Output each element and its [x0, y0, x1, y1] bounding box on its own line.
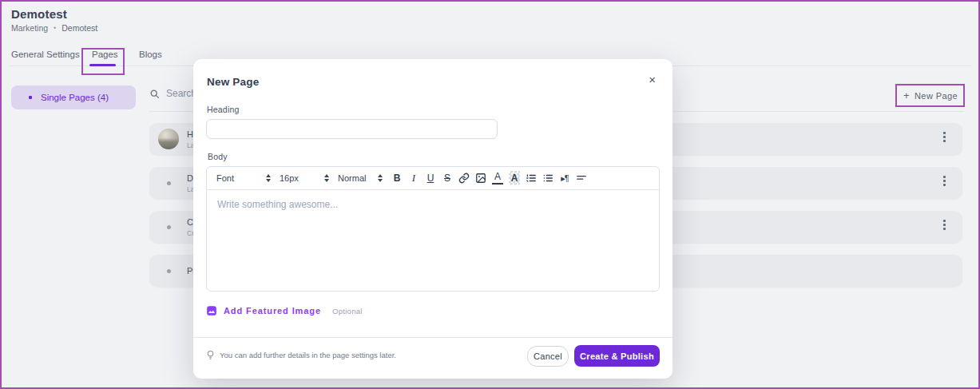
- plus-icon: +: [903, 89, 910, 101]
- modal-footer-divider: [193, 337, 673, 338]
- kebab-menu-icon[interactable]: [943, 220, 946, 230]
- footer-hint-text: You can add further details in the page …: [220, 351, 396, 359]
- lightbulb-icon: [206, 350, 215, 360]
- editor-toolbar: Font 16px Normal B I U S: [207, 167, 659, 190]
- new-page-button[interactable]: + New Page: [897, 85, 964, 106]
- breadcrumb: Marketing • Demotest: [11, 23, 97, 33]
- updown-arrows-icon: [324, 174, 329, 182]
- footer-hint: You can add further details in the page …: [206, 350, 396, 360]
- bullet-icon: [29, 96, 32, 99]
- paragraph-style-value: Normal: [338, 173, 366, 183]
- text-direction-icon[interactable]: ▸¶: [559, 171, 570, 185]
- tab-pages[interactable]: Pages: [92, 50, 118, 59]
- active-tab-underline: [89, 64, 116, 66]
- create-publish-button[interactable]: Create & Publish: [574, 345, 660, 367]
- bullet-icon: [167, 225, 171, 229]
- heading-field[interactable]: [206, 119, 498, 139]
- link-icon[interactable]: [458, 171, 470, 185]
- bold-icon[interactable]: B: [391, 171, 403, 185]
- cancel-button[interactable]: Cancel: [527, 346, 569, 367]
- tab-blogs[interactable]: Blogs: [139, 50, 162, 59]
- underline-icon[interactable]: U: [425, 171, 436, 185]
- featured-image-icon: [206, 305, 217, 316]
- font-size-select[interactable]: 16px: [280, 173, 332, 183]
- ordered-list-icon[interactable]: [526, 171, 537, 185]
- text-color-icon[interactable]: A: [492, 172, 503, 185]
- search-placeholder: Search: [166, 88, 196, 99]
- kebab-menu-icon[interactable]: [943, 132, 946, 142]
- add-featured-image-button[interactable]: Add Featured Image Optional: [206, 305, 363, 316]
- sidebar-item-label: Single Pages (4): [41, 93, 109, 102]
- add-featured-image-label: Add Featured Image: [224, 306, 321, 316]
- search-icon: [149, 89, 160, 99]
- bullet-icon: [167, 181, 171, 185]
- body-label: Body: [208, 152, 228, 161]
- font-family-value: Font: [216, 173, 234, 183]
- breadcrumb-item-marketing[interactable]: Marketing: [11, 23, 48, 33]
- breadcrumb-separator: •: [54, 24, 56, 32]
- updown-arrows-icon: [378, 174, 383, 182]
- font-size-value: 16px: [280, 173, 299, 183]
- new-page-modal: New Page × Heading Body Font 16px Normal…: [193, 59, 673, 379]
- breadcrumb-item-demotest[interactable]: Demotest: [61, 23, 97, 33]
- body-editor[interactable]: Font 16px Normal B I U S: [206, 166, 660, 292]
- new-page-button-label: New Page: [915, 91, 958, 101]
- tab-general-settings[interactable]: General Settings: [11, 50, 80, 59]
- insert-image-icon[interactable]: [475, 171, 486, 185]
- search-input[interactable]: Search: [149, 88, 196, 99]
- bullet-icon: [167, 269, 171, 273]
- page-title: Demotest: [11, 7, 67, 21]
- strikethrough-icon[interactable]: S: [442, 171, 453, 185]
- bullet-list-icon[interactable]: [542, 171, 553, 185]
- app-screen: Demotest Marketing • Demotest General Se…: [0, 0, 980, 389]
- modal-title: New Page: [207, 76, 259, 88]
- font-family-select[interactable]: Font: [216, 173, 274, 183]
- close-icon[interactable]: ×: [649, 73, 656, 85]
- sidebar-item-single-pages[interactable]: Single Pages (4): [11, 85, 136, 109]
- kebab-menu-icon[interactable]: [943, 176, 946, 186]
- avatar: [158, 129, 179, 149]
- updown-arrows-icon: [266, 174, 271, 182]
- align-icon[interactable]: [576, 171, 587, 185]
- heading-label: Heading: [207, 105, 240, 114]
- highlight-color-icon[interactable]: A: [509, 171, 520, 185]
- editor-placeholder: Write something awesome...: [217, 199, 338, 210]
- optional-badge: Optional: [332, 307, 363, 316]
- italic-icon[interactable]: I: [408, 171, 419, 185]
- paragraph-style-select[interactable]: Normal: [338, 173, 386, 183]
